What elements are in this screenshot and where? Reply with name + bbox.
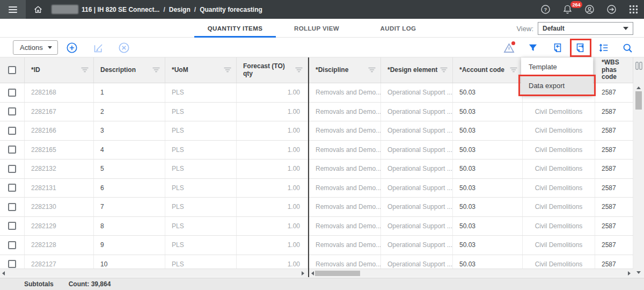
- cell-wbs-phase-code[interactable]: 2587: [595, 121, 633, 140]
- cell-design-element[interactable]: Operational Support ...: [381, 121, 453, 140]
- cell-id[interactable]: 2282130: [25, 198, 94, 216]
- cell-discipline[interactable]: Removals and Demo...: [309, 179, 381, 198]
- import-button[interactable]: [551, 41, 564, 54]
- cell-category[interactable]: Civil Demolitions: [523, 141, 595, 160]
- breadcrumb-quantity-forecasting[interactable]: Quantity forecasting: [200, 6, 262, 13]
- cell-account-code[interactable]: 50.03: [453, 236, 523, 255]
- cell-wbs-phase-code[interactable]: 2587: [595, 160, 633, 178]
- breadcrumb-design[interactable]: Design: [169, 6, 191, 13]
- column-filter-icon[interactable]: [510, 67, 517, 73]
- cell-description[interactable]: 9: [94, 236, 165, 255]
- row-checkbox[interactable]: [8, 203, 16, 211]
- filter-button[interactable]: [526, 41, 539, 54]
- column-header-account-code[interactable]: *Account code: [453, 57, 523, 83]
- cell-uom[interactable]: PLS: [165, 121, 237, 140]
- cell-discipline[interactable]: Removals and Demo...: [309, 236, 381, 255]
- cell-id[interactable]: 2282166: [25, 121, 94, 140]
- cell-category[interactable]: Civil Demolitions: [523, 160, 595, 178]
- cell-description[interactable]: 6: [94, 179, 165, 198]
- cell-design-element[interactable]: Operational Support ...: [381, 160, 453, 178]
- cell-category[interactable]: Civil Demolitions: [523, 217, 595, 236]
- cell-wbs-phase-code[interactable]: 2587: [595, 198, 633, 216]
- row-checkbox[interactable]: [0, 83, 25, 102]
- scroll-down-arrow[interactable]: [636, 271, 641, 274]
- scroll-up-arrow[interactable]: [636, 86, 641, 89]
- view-dropdown[interactable]: Default: [538, 22, 633, 35]
- row-checkbox[interactable]: [8, 222, 16, 230]
- cell-uom[interactable]: PLS: [165, 236, 237, 255]
- cell-description[interactable]: 4: [94, 141, 165, 160]
- cell-discipline[interactable]: Removals and Demo...: [309, 160, 381, 178]
- horizontal-scroll-thumb[interactable]: [315, 271, 360, 276]
- cell-forecast-qty[interactable]: 1.00: [237, 217, 308, 236]
- column-header-description[interactable]: Description: [94, 57, 165, 83]
- tab-audit-log[interactable]: AUDIT LOG: [357, 19, 439, 38]
- cell-design-element[interactable]: Operational Support ...: [381, 198, 453, 216]
- column-filter-icon[interactable]: [81, 67, 89, 73]
- cell-account-code[interactable]: 50.03: [453, 217, 523, 236]
- cell-account-code[interactable]: 50.03: [453, 83, 523, 102]
- cell-uom[interactable]: PLS: [165, 83, 237, 102]
- cell-uom[interactable]: PLS: [165, 103, 237, 121]
- cell-forecast-qty[interactable]: 1.00: [237, 198, 308, 216]
- cell-uom[interactable]: PLS: [165, 217, 237, 236]
- cell-description[interactable]: 8: [94, 217, 165, 236]
- edit-item-button[interactable]: [92, 41, 105, 54]
- cell-design-element[interactable]: Operational Support ...: [381, 179, 453, 198]
- cell-account-code[interactable]: 50.03: [453, 103, 523, 121]
- search-button[interactable]: [621, 41, 634, 54]
- row-checkbox[interactable]: [0, 103, 25, 121]
- cell-description[interactable]: 5: [94, 160, 165, 178]
- row-checkbox[interactable]: [8, 127, 16, 135]
- column-filter-icon[interactable]: [295, 67, 303, 73]
- cell-design-element[interactable]: Operational Support ...: [381, 103, 453, 121]
- tab-quantity-items[interactable]: QUANTITY ITEMS: [194, 19, 276, 38]
- cell-forecast-qty[interactable]: 1.00: [237, 103, 308, 121]
- cell-design-element[interactable]: Operational Support ...: [381, 141, 453, 160]
- column-filter-icon[interactable]: [224, 67, 231, 73]
- cell-account-code[interactable]: 50.03: [453, 141, 523, 160]
- frozen-pane-hscrollbar[interactable]: [0, 269, 308, 277]
- row-checkbox[interactable]: [8, 165, 16, 173]
- cell-forecast-qty[interactable]: 1.00: [237, 121, 308, 140]
- row-checkbox[interactable]: [8, 89, 16, 97]
- cell-uom[interactable]: PLS: [165, 141, 237, 160]
- row-height-button[interactable]: [597, 41, 610, 54]
- cell-forecast-qty[interactable]: 1.00: [237, 236, 308, 255]
- actions-button[interactable]: Actions: [13, 40, 58, 55]
- scroll-right-arrow[interactable]: [302, 271, 304, 276]
- cell-id[interactable]: 2282128: [25, 236, 94, 255]
- cell-discipline[interactable]: Removals and Demo...: [309, 198, 381, 216]
- row-checkbox[interactable]: [8, 241, 16, 249]
- scroll-right-arrow[interactable]: [628, 271, 631, 276]
- cell-design-element[interactable]: Operational Support ...: [381, 236, 453, 255]
- scroll-left-arrow[interactable]: [311, 271, 314, 276]
- row-checkbox[interactable]: [8, 146, 16, 154]
- cell-uom[interactable]: PLS: [165, 160, 237, 178]
- cell-forecast-qty[interactable]: 1.00: [237, 179, 308, 198]
- row-checkbox[interactable]: [0, 217, 25, 236]
- main-menu-button[interactable]: [0, 0, 26, 19]
- cell-discipline[interactable]: Removals and Demo...: [309, 83, 381, 102]
- cell-wbs-phase-code[interactable]: 2587: [595, 83, 633, 102]
- scrollable-pane-hscrollbar[interactable]: [309, 269, 633, 277]
- cell-uom[interactable]: PLS: [165, 179, 237, 198]
- column-filter-icon[interactable]: [152, 67, 160, 73]
- cell-id[interactable]: 2282129: [25, 217, 94, 236]
- column-options-corner[interactable]: [633, 57, 644, 83]
- cell-category[interactable]: Civil Demolitions: [523, 103, 595, 121]
- frozen-pane-divider[interactable]: [308, 57, 309, 277]
- cell-category[interactable]: Civil Demolitions: [523, 236, 595, 255]
- column-header-design-element[interactable]: *Design element: [381, 57, 453, 83]
- row-checkbox[interactable]: [0, 198, 25, 216]
- cell-id[interactable]: 2282131: [25, 179, 94, 198]
- column-header-wbs-phas-code[interactable]: *WBS phas code: [595, 57, 633, 83]
- home-button[interactable]: [26, 0, 50, 19]
- row-checkbox[interactable]: [8, 260, 16, 268]
- cell-discipline[interactable]: Removals and Demo...: [309, 103, 381, 121]
- account-button[interactable]: [584, 4, 595, 15]
- add-item-button[interactable]: [65, 41, 78, 54]
- vertical-scroll-thumb[interactable]: [635, 91, 642, 110]
- cell-id[interactable]: 2282168: [25, 83, 94, 102]
- tab-rollup-view[interactable]: ROLLUP VIEW: [276, 19, 357, 38]
